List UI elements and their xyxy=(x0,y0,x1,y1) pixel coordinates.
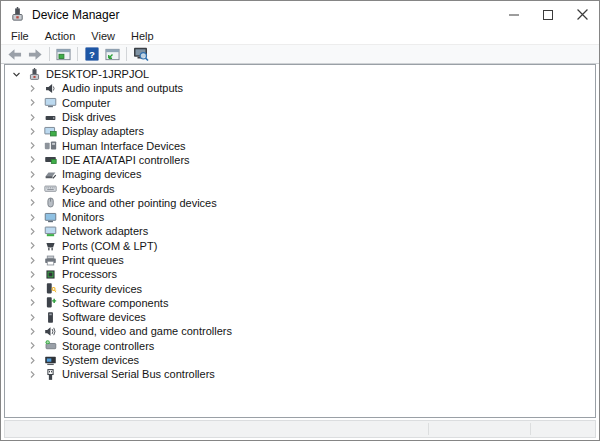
tree-item-imaging-devices[interactable]: Imaging devices xyxy=(5,167,595,181)
back-button[interactable] xyxy=(4,46,25,63)
tree-item-label: Network adapters xyxy=(62,225,148,237)
ide-controller-icon xyxy=(44,153,57,166)
tree-item-label: Ports (COM & LPT) xyxy=(62,240,157,252)
tree-root-computer[interactable]: DESKTOP-1JRPJOL xyxy=(5,67,595,81)
chevron-right-icon[interactable] xyxy=(28,198,37,207)
hard-disk-icon xyxy=(44,111,57,124)
properties-button[interactable] xyxy=(102,46,123,63)
tree-item-label: Disk drives xyxy=(62,111,116,123)
help-button[interactable] xyxy=(81,46,102,63)
tree-item-label: Universal Serial Bus controllers xyxy=(62,368,215,380)
maximize-button[interactable] xyxy=(531,1,565,28)
chevron-right-icon[interactable] xyxy=(28,370,37,379)
menu-bar: File Action View Help xyxy=(1,28,599,44)
processor-icon xyxy=(44,268,57,281)
tree-item-computer[interactable]: Computer xyxy=(5,96,595,110)
tree-item-label: Computer xyxy=(62,97,110,109)
chevron-right-icon[interactable] xyxy=(28,113,37,122)
tree-item-mice-and-other-pointing-devices[interactable]: Mice and other pointing devices xyxy=(5,196,595,210)
device-tree: DESKTOP-1JRPJOL Audio inputs and outputs… xyxy=(5,65,595,382)
title-bar[interactable]: Device Manager xyxy=(1,1,599,28)
chevron-right-icon[interactable] xyxy=(28,84,37,93)
tree-item-system-devices[interactable]: System devices xyxy=(5,353,595,367)
toolbar-separator xyxy=(77,47,78,61)
chevron-right-icon[interactable] xyxy=(28,356,37,365)
chevron-right-icon[interactable] xyxy=(28,155,37,164)
toolbar xyxy=(1,44,599,64)
tree-item-ide-ata-atapi-controllers[interactable]: IDE ATA/ATAPI controllers xyxy=(5,153,595,167)
chevron-right-icon[interactable] xyxy=(28,270,37,279)
show-console-tree-button[interactable] xyxy=(53,46,74,63)
display-adapter-icon xyxy=(44,125,57,138)
printer-icon xyxy=(44,254,57,267)
scan-hardware-changes-button[interactable] xyxy=(130,46,151,63)
tree-item-disk-drives[interactable]: Disk drives xyxy=(5,110,595,124)
chevron-right-icon[interactable] xyxy=(28,313,37,322)
chevron-right-icon[interactable] xyxy=(28,141,37,150)
status-section-divider xyxy=(530,423,531,435)
tree-item-software-devices[interactable]: Software devices xyxy=(5,310,595,324)
software-device-icon xyxy=(44,311,57,324)
tree-item-sound-video-and-game-controllers[interactable]: Sound, video and game controllers xyxy=(5,324,595,338)
device-tree-pane: DESKTOP-1JRPJOL Audio inputs and outputs… xyxy=(4,64,596,418)
menu-file[interactable]: File xyxy=(3,29,37,43)
menu-view[interactable]: View xyxy=(83,29,123,43)
menu-action[interactable]: Action xyxy=(37,29,84,43)
device-manager-app-icon[interactable] xyxy=(10,7,25,22)
chevron-right-icon[interactable] xyxy=(28,227,37,236)
tree-item-storage-controllers[interactable]: Storage controllers xyxy=(5,339,595,353)
tree-item-audio-inputs-and-outputs[interactable]: Audio inputs and outputs xyxy=(5,81,595,95)
system-device-icon xyxy=(44,354,57,367)
maximize-icon xyxy=(543,10,553,20)
forward-button[interactable] xyxy=(25,46,46,63)
status-section-divider xyxy=(428,423,429,435)
chevron-down-icon[interactable] xyxy=(12,70,21,79)
tree-item-processors[interactable]: Processors xyxy=(5,267,595,281)
device-manager-window: Device Manager File Action View Help xyxy=(0,0,600,441)
chevron-right-icon[interactable] xyxy=(28,98,37,107)
hid-icon xyxy=(44,139,57,152)
computer-monitor-icon xyxy=(44,96,57,109)
chevron-right-icon[interactable] xyxy=(28,241,37,250)
chevron-right-icon[interactable] xyxy=(28,127,37,136)
tree-item-monitors[interactable]: Monitors xyxy=(5,210,595,224)
chevron-right-icon[interactable] xyxy=(28,327,37,336)
window-controls xyxy=(497,1,599,28)
tree-item-security-devices[interactable]: Security devices xyxy=(5,281,595,295)
chevron-right-icon[interactable] xyxy=(28,213,37,222)
chevron-right-icon[interactable] xyxy=(28,298,37,307)
status-bar xyxy=(4,420,596,438)
close-button[interactable] xyxy=(565,1,599,28)
chevron-right-icon[interactable] xyxy=(28,341,37,350)
mouse-icon xyxy=(44,196,57,209)
tree-item-ports-com-lpt[interactable]: Ports (COM & LPT) xyxy=(5,239,595,253)
tree-item-network-adapters[interactable]: Network adapters xyxy=(5,224,595,238)
monitors-icon xyxy=(44,211,57,224)
tree-item-label: Display adapters xyxy=(62,125,144,137)
sound-controller-icon xyxy=(44,325,57,338)
menu-help[interactable]: Help xyxy=(123,29,162,43)
minimize-button[interactable] xyxy=(497,1,531,28)
tree-item-print-queues[interactable]: Print queues xyxy=(5,253,595,267)
usb-icon xyxy=(44,368,57,381)
chevron-right-icon[interactable] xyxy=(28,256,37,265)
tree-item-label: Sound, video and game controllers xyxy=(62,325,232,337)
storage-controller-icon xyxy=(44,339,57,352)
tree-item-label: Human Interface Devices xyxy=(62,140,186,152)
chevron-right-icon[interactable] xyxy=(28,184,37,193)
tree-item-keyboards[interactable]: Keyboards xyxy=(5,181,595,195)
minimize-icon xyxy=(509,10,519,20)
chevron-right-icon[interactable] xyxy=(28,284,37,293)
serial-port-icon xyxy=(44,239,57,252)
tree-item-universal-serial-bus-controllers[interactable]: Universal Serial Bus controllers xyxy=(5,367,595,381)
forward-arrow-icon xyxy=(28,47,43,62)
window-title: Device Manager xyxy=(32,8,119,22)
keyboard-icon xyxy=(44,182,57,195)
close-icon xyxy=(577,9,588,20)
tree-item-display-adapters[interactable]: Display adapters xyxy=(5,124,595,138)
software-component-icon xyxy=(44,296,57,309)
tree-item-software-components[interactable]: Software components xyxy=(5,296,595,310)
chevron-right-icon[interactable] xyxy=(28,170,37,179)
tree-item-human-interface-devices[interactable]: Human Interface Devices xyxy=(5,138,595,152)
tree-item-label: Software devices xyxy=(62,311,146,323)
